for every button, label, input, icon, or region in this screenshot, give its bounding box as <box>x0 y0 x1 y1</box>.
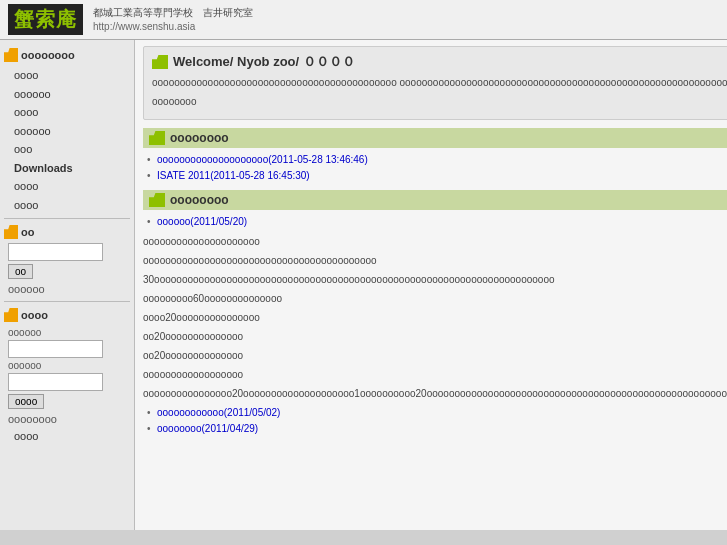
welcome-folder-icon <box>152 55 168 69</box>
search-input[interactable] <box>8 243 103 261</box>
search-section-header: oo <box>4 223 130 241</box>
news-list: oooooooooooooooooooo(2011-05-28 13:46:46… <box>143 152 727 184</box>
search-subtext: oooooo <box>4 281 130 297</box>
sidebar-item-2[interactable]: oooo <box>4 103 130 122</box>
older-item-0[interactable]: oooooooooooo(2011/05/02) <box>151 405 727 421</box>
blog-para3: ooooooooo60oooooooooooooo <box>143 291 727 306</box>
blog-para2: 30oooooooooooooooooooooooooooooooooooooo… <box>143 272 727 287</box>
blog-para8: oooooooooooooooo20oooooooooooooooooooo1o… <box>143 386 727 401</box>
sidebar-divider-1 <box>4 218 130 219</box>
news-folder-icon <box>149 131 165 145</box>
welcome-text2: oooooooo <box>152 94 727 109</box>
sidebar-item-6[interactable]: oooo <box>4 196 130 215</box>
site-info: 都城工業高等専門学校 吉井研究室 http://www.senshu.asia <box>93 6 253 34</box>
blog-date-list: oooooo(2011/05/20) <box>143 214 727 230</box>
blog-para6: oo20oooooooooooooo <box>143 348 727 363</box>
welcome-text1: oooooooooooooooooooooooooooooooooooooooo… <box>152 75 727 90</box>
blog-subtext: ooooooooooooooooooooo <box>143 234 727 249</box>
site-url: http://www.senshu.asia <box>93 20 253 34</box>
sidebar-item-3[interactable]: oooooo <box>4 122 130 141</box>
site-name: 都城工業高等専門学校 吉井研究室 <box>93 6 253 20</box>
blog-folder-icon <box>149 193 165 207</box>
form-section-header: oooo <box>4 306 130 324</box>
left-sidebar: oooooooo oooo oooooo oooo oooooo ooo Dow… <box>0 40 135 530</box>
header: 蟹索庵 都城工業高等専門学校 吉井研究室 http://www.senshu.a… <box>0 0 727 40</box>
form-input-0[interactable] <box>8 340 103 358</box>
form-input-1[interactable] <box>8 373 103 391</box>
form-field-label-0: oooooo <box>4 326 130 339</box>
folder-icon <box>4 48 18 62</box>
news-item-1[interactable]: ISATE 2011(2011-05-28 16:45:30) <box>151 168 727 184</box>
older-posts-list: oooooooooooo(2011/05/02) oooooooo(2011/0… <box>143 405 727 437</box>
blog-para1: oooooooooooooooooooooooooooooooooooooooo… <box>143 253 727 268</box>
welcome-box: Welcome/ Nyob zoo/ ００００ oooooooooooooooo… <box>143 46 727 120</box>
older-item-1[interactable]: oooooooo(2011/04/29) <box>151 421 727 437</box>
news-title: oooooooo <box>170 131 229 145</box>
search-button[interactable]: oo <box>8 264 33 279</box>
welcome-title: Welcome/ Nyob zoo/ ００００ <box>173 53 355 71</box>
blog-section-header: oooooooo <box>143 190 727 210</box>
welcome-header-row: Welcome/ Nyob zoo/ ００００ <box>152 53 727 71</box>
sidebar-item-0[interactable]: oooo <box>4 66 130 85</box>
form-subtext: oooooooo <box>4 411 130 427</box>
logo-text: 蟹索庵 <box>14 8 77 30</box>
sidebar-item-1[interactable]: oooooo <box>4 85 130 104</box>
sidebar-downloads[interactable]: Downloads <box>4 159 130 178</box>
blog-para7: oooooooooooooooooo <box>143 367 727 382</box>
news-section-header: oooooooo <box>143 128 727 148</box>
form-submit-button[interactable]: oooo <box>8 394 44 409</box>
search-section-label: oo <box>21 226 34 238</box>
form-section-label: oooo <box>21 309 48 321</box>
nav-section-header: oooooooo <box>4 46 130 64</box>
logo: 蟹索庵 <box>8 4 83 35</box>
blog-title: oooooooo <box>170 193 229 207</box>
blog-para4: oooo20ooooooooooooooo <box>143 310 727 325</box>
form-field-label-1: oooooo <box>4 359 130 372</box>
blog-para5: oo20oooooooooooooo <box>143 329 727 344</box>
sidebar-divider-2 <box>4 301 130 302</box>
folder-icon-search <box>4 225 18 239</box>
sidebar-item-5[interactable]: oooo <box>4 177 130 196</box>
blog-date-item[interactable]: oooooo(2011/05/20) <box>151 214 727 230</box>
news-item-0[interactable]: oooooooooooooooooooo(2011-05-28 13:46:46… <box>151 152 727 168</box>
main-content: Welcome/ Nyob zoo/ ００００ oooooooooooooooo… <box>135 40 727 530</box>
main-layout: oooooooo oooo oooooo oooo oooooo ooo Dow… <box>0 40 727 530</box>
sidebar-item-4[interactable]: ooo <box>4 140 130 159</box>
form-extra[interactable]: oooo <box>4 427 130 446</box>
nav-section-label: oooooooo <box>21 49 75 61</box>
folder-icon-form <box>4 308 18 322</box>
